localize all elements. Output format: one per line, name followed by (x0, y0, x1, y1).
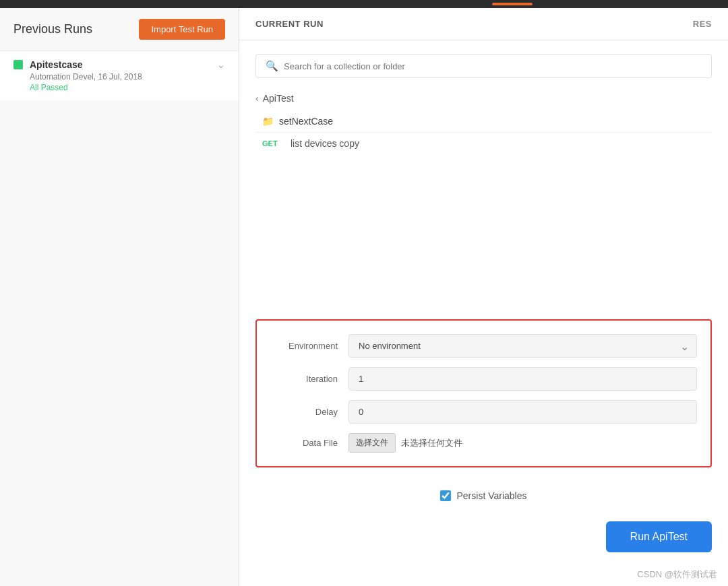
data-file-label: Data File (270, 438, 338, 448)
import-test-run-button[interactable]: Import Test Run (139, 19, 225, 40)
run-status: All Passed (30, 83, 225, 92)
top-bar-indicator (492, 3, 533, 5)
sidebar-item-header: Apitestcase ⌄ (13, 59, 225, 70)
content-header: CURRENT RUN RES (239, 8, 728, 40)
status-dot (13, 60, 23, 69)
sidebar-item-left: Apitestcase (13, 59, 83, 70)
environment-select-wrapper: No environment (348, 334, 697, 358)
file-choose-button[interactable]: 选择文件 (348, 433, 396, 453)
folder-name: setNextCase (279, 116, 333, 127)
sidebar-header: Previous Runs Import Test Run (0, 8, 239, 51)
file-name-text: 未选择任何文件 (401, 437, 462, 449)
delay-label: Delay (270, 407, 338, 417)
main-layout: Previous Runs Import Test Run Apitestcas… (0, 8, 728, 586)
run-subtitle: Automation Devel, 16 Jul, 2018 (30, 72, 225, 82)
run-name: Apitestcase (30, 59, 83, 70)
folder-item[interactable]: 📁 setNextCase (255, 110, 712, 133)
delay-row: Delay (270, 400, 697, 424)
list-item[interactable]: Apitestcase ⌄ Automation Devel, 16 Jul, … (0, 51, 239, 100)
config-section: Environment No environment Iteration Del… (255, 319, 712, 467)
content-body: 🔍 ‹ ApiTest 📁 setNextCase GET list devic… (239, 40, 728, 319)
footer-text: CSDN @软件测试君 (637, 568, 717, 581)
persist-row: Persist Variables (239, 481, 728, 511)
method-badge: GET (262, 139, 284, 148)
iteration-row: Iteration (270, 367, 697, 391)
delay-input[interactable] (348, 400, 697, 424)
collection-nav[interactable]: ‹ ApiTest (255, 89, 712, 108)
sidebar: Previous Runs Import Test Run Apitestcas… (0, 8, 239, 586)
run-btn-area: Run ApiTest (239, 511, 728, 563)
persist-checkbox[interactable] (440, 490, 451, 501)
data-file-row: Data File 选择文件 未选择任何文件 (270, 433, 697, 453)
search-box: 🔍 (255, 54, 712, 78)
iteration-input[interactable] (348, 367, 697, 391)
current-run-label: CURRENT RUN (255, 19, 324, 29)
persist-label: Persist Variables (456, 490, 526, 501)
footer: CSDN @软件测试君 (239, 563, 728, 586)
run-button[interactable]: Run ApiTest (606, 521, 712, 552)
content-area: CURRENT RUN RES 🔍 ‹ ApiTest 📁 setNextCas… (239, 8, 728, 586)
search-icon: 🔍 (266, 60, 278, 72)
nav-back-icon: ‹ (255, 93, 259, 104)
environment-row: Environment No environment (270, 334, 697, 358)
environment-select[interactable]: No environment (348, 334, 697, 358)
sidebar-title: Previous Runs (13, 22, 92, 36)
request-name: list devices copy (291, 138, 359, 149)
environment-label: Environment (270, 341, 338, 351)
collection-name: ApiTest (263, 93, 294, 104)
request-item[interactable]: GET list devices copy (255, 133, 712, 154)
chevron-down-icon: ⌄ (217, 59, 225, 70)
search-input[interactable] (284, 61, 702, 71)
res-label: RES (693, 19, 712, 29)
iteration-label: Iteration (270, 374, 338, 384)
top-bar (0, 0, 728, 8)
folder-icon: 📁 (262, 116, 274, 127)
